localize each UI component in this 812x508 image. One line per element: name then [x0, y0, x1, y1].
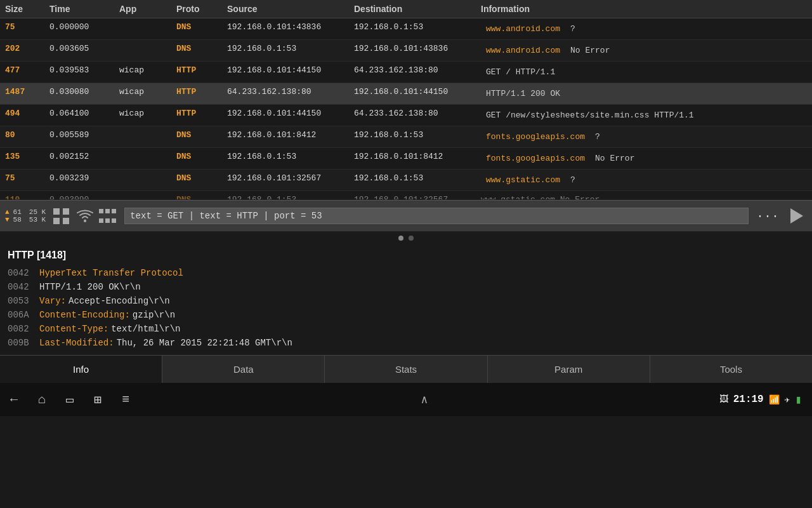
col-destination: Destination	[349, 3, 476, 15]
cell-destination: 192.168.0.1:53	[349, 128, 476, 145]
cell-source: 192.168.0.1:53	[222, 150, 349, 167]
traffic-sizes: 25 K 53 K	[29, 208, 46, 224]
cell-size: 494	[0, 107, 44, 124]
tab-tools[interactable]: Tools	[650, 356, 812, 383]
status-bar-right: 🖼 21:19 📶 ✈ ▮	[719, 392, 802, 406]
home-button[interactable]: ⌂	[38, 392, 46, 407]
tab-info[interactable]: Info	[0, 356, 162, 383]
cell-source: 192.168.0.101:32567	[222, 171, 349, 189]
detail-key: Last-Modified:	[39, 338, 114, 348]
table-row[interactable]: 135 0.002152 DNS 192.168.0.1:53 192.168.…	[0, 148, 812, 170]
cell-size: 110	[0, 193, 44, 200]
cell-proto: DNS	[171, 193, 222, 200]
cell-time: 0.000000	[44, 20, 114, 37]
info-text: ?	[565, 173, 580, 187]
col-size: Size	[0, 3, 44, 15]
detail-offset: 0042	[8, 268, 39, 278]
info-text: GET / HTTP/1.1	[481, 65, 560, 79]
table-row[interactable]: 494 0.064100 wicap HTTP 192.168.0.101:44…	[0, 105, 812, 126]
info-text: GET /new/stylesheets/site.min.css HTTP/1…	[481, 109, 699, 122]
down-size: 53 K	[29, 216, 46, 224]
back-button[interactable]: ←	[10, 392, 18, 407]
cell-time: 0.005589	[44, 128, 114, 145]
cell-app	[114, 20, 171, 37]
wifi-icon	[76, 207, 94, 225]
cell-info: fonts.googleapis.com No Error	[476, 150, 812, 167]
cell-proto: HTTP	[171, 107, 222, 124]
cell-size: 477	[0, 64, 44, 81]
col-source: Source	[222, 3, 349, 15]
cell-app	[114, 193, 171, 200]
col-info: Information	[476, 3, 812, 15]
tab-dot-2[interactable]	[409, 236, 414, 241]
tab-param[interactable]: Param	[488, 356, 650, 383]
tab-data[interactable]: Data	[162, 356, 325, 383]
svg-point-0	[84, 220, 86, 222]
detail-title: HTTP [1418]	[8, 250, 804, 261]
grid-button[interactable]: ⊞	[94, 392, 102, 408]
cell-app	[114, 150, 171, 167]
cell-source: 192.168.0.1:53	[222, 42, 349, 59]
cell-info: GET / HTTP/1.1	[476, 64, 812, 81]
detail-offset: 0082	[8, 324, 39, 334]
detail-value: Accept-Encoding\r\n	[69, 296, 170, 306]
bottom-tabs: InfoDataStatsParamTools	[0, 355, 812, 383]
cell-source: 192.168.0.101:44150	[222, 64, 349, 81]
menu-button[interactable]: ≡	[122, 392, 129, 407]
wifi-status-icon: 📶	[769, 394, 780, 405]
cell-destination: 192.168.0.101:32567	[349, 193, 476, 200]
cell-proto: DNS	[171, 128, 222, 145]
cell-destination: 64.233.162.138:80	[349, 107, 476, 124]
detail-rows: 0042HyperText Transfer Protocol0042HTTP/…	[8, 266, 804, 350]
detail-value: HTTP/1.1 200 OK\r\n	[39, 282, 141, 292]
play-icon	[790, 208, 803, 224]
detail-row: 0082Content-Type: text/html\r\n	[8, 322, 804, 336]
grid-large-icon[interactable]	[99, 207, 117, 225]
table-row[interactable]: 202 0.003605 DNS 192.168.0.1:53 192.168.…	[0, 40, 812, 62]
table-row[interactable]: 110 0.003090 DNS 192.168.0.1:53 192.168.…	[0, 191, 812, 200]
cell-source: 192.168.0.1:53	[222, 193, 349, 200]
cell-destination: 64.233.162.138:80	[349, 64, 476, 81]
table-row[interactable]: 477 0.039583 wicap HTTP 192.168.0.101:44…	[0, 62, 812, 83]
info-text: No Error	[565, 44, 615, 57]
table-row[interactable]: 80 0.005589 DNS 192.168.0.101:8412 192.1…	[0, 126, 812, 148]
cell-proto: DNS	[171, 20, 222, 37]
cell-source: 192.168.0.101:43836	[222, 20, 349, 37]
cell-info: HTTP/1.1 200 OK	[476, 85, 812, 102]
table-row[interactable]: 75 0.000000 DNS 192.168.0.101:43836 192.…	[0, 18, 812, 40]
more-button[interactable]: ···	[749, 209, 787, 224]
chevron-up-icon[interactable]: ∧	[421, 392, 428, 406]
cell-proto: HTTP	[171, 85, 222, 102]
info-text: No Error	[590, 152, 639, 165]
cell-info: www.gstatic.com No Error	[476, 193, 812, 200]
table-row[interactable]: 1487 0.030080 wicap HTTP 64.233.162.138:…	[0, 83, 812, 105]
cell-time: 0.002152	[44, 150, 114, 167]
cell-app	[114, 171, 171, 189]
filter-input[interactable]	[124, 208, 749, 224]
tab-stats[interactable]: Stats	[325, 356, 487, 383]
info-text: ?	[590, 130, 605, 144]
grid-small-icon[interactable]	[53, 207, 71, 225]
toolbar: ▲ 61 ▼ 58 25 K 53 K	[0, 200, 812, 232]
cell-size: 80	[0, 128, 44, 145]
detail-value: Thu, 26 Mar 2015 22:21:48 GMT\r\n	[117, 338, 292, 348]
cell-time: 0.003090	[44, 193, 114, 200]
tab-dot-1[interactable]	[398, 236, 403, 241]
info-link: www.android.com	[481, 44, 565, 57]
recent-apps-button[interactable]: ▭	[66, 392, 74, 408]
play-button[interactable]	[787, 206, 807, 226]
airplane-icon: ✈	[785, 394, 790, 405]
packet-rows-container: 75 0.000000 DNS 192.168.0.101:43836 192.…	[0, 18, 812, 200]
up-arrow-icon: ▲	[5, 208, 10, 216]
info-link: fonts.googleapis.com	[481, 152, 590, 165]
image-icon: 🖼	[719, 394, 728, 404]
cell-proto: DNS	[171, 150, 222, 167]
table-row[interactable]: 75 0.003239 DNS 192.168.0.101:32567 192.…	[0, 170, 812, 191]
detail-row: 006AContent-Encoding: gzip\r\n	[8, 308, 804, 322]
detail-value: HyperText Transfer Protocol	[39, 268, 183, 278]
battery-icon: ▮	[795, 392, 802, 406]
down-count: 58	[13, 216, 22, 224]
detail-offset: 0042	[8, 282, 39, 292]
detail-key: Content-Type:	[39, 324, 108, 334]
info-link: www.android.com	[481, 22, 565, 36]
